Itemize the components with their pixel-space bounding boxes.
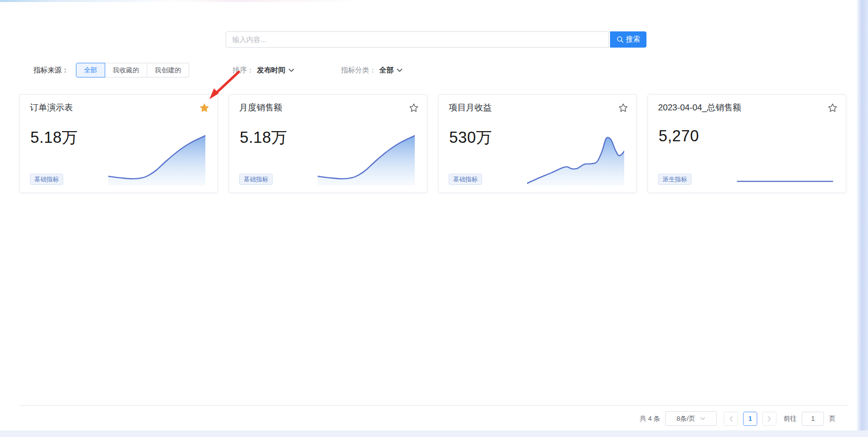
sort-dropdown[interactable]: 发布时间 [257,66,294,75]
chevron-right-icon [767,416,771,422]
category-group: 指标分类： 全部 [341,66,403,75]
favorite-star-icon[interactable] [828,103,838,113]
search-bar: 搜索 [226,31,646,48]
page-suffix-label: 页 [829,414,836,423]
category-dropdown[interactable]: 全部 [379,66,403,75]
filter-row: 指标来源： 全部我收藏的我创建的 排序： 发布时间 指标分类： 全部 [33,63,403,77]
chevron-down-icon [700,417,705,420]
goto-page-input[interactable] [802,412,824,426]
favorite-star-icon[interactable] [199,103,209,113]
card-header: 订单演示表 [30,102,209,113]
card-header: 月度销售额 [239,102,419,113]
chevron-down-icon [288,68,294,72]
right-edge-strip [857,0,868,437]
card-title: 订单演示表 [30,102,73,113]
footer-divider [19,405,847,406]
cards-row: 订单演示表 5.18万 基础指标 月度销售额 5.18万 基础指标 项目月收益 … [19,94,846,193]
top-gradient-strip [0,0,868,2]
page-number-button[interactable]: 1 [743,412,757,426]
page-size-select[interactable]: 8条/页 [665,411,717,426]
chevron-left-icon [729,416,733,422]
metric-card[interactable]: 月度销售额 5.18万 基础指标 [229,94,427,193]
card-type-badge: 派生指标 [658,174,691,185]
search-button-label: 搜索 [626,35,640,44]
sort-label: 排序： [233,66,254,75]
category-value: 全部 [379,66,394,75]
card-value: 530万 [449,127,492,148]
card-title: 项目月收益 [449,102,492,113]
card-value: 5,270 [659,127,699,145]
sort-group: 排序： 发布时间 [233,66,294,75]
source-option[interactable]: 我收藏的 [105,63,147,77]
card-title: 2023-04-04_总销售额 [658,102,741,113]
metric-source-label: 指标来源： [33,66,69,75]
prev-page-button[interactable] [724,412,738,426]
favorite-star-icon[interactable] [618,103,628,113]
page-size-value: 8条/页 [677,414,696,423]
card-type-badge: 基础指标 [30,174,63,185]
card-type-badge: 基础指标 [449,174,482,185]
pagination-total: 共 4 条 [640,414,660,423]
search-input[interactable] [226,31,609,48]
pagination: 共 4 条 8条/页 1 前往 页 [640,411,836,426]
card-value: 5.18万 [30,127,78,148]
card-title: 月度销售额 [239,102,282,113]
card-type-badge: 基础指标 [239,174,273,185]
goto-label: 前往 [784,414,797,423]
search-icon [617,36,624,43]
source-option[interactable]: 全部 [76,63,105,77]
next-page-button[interactable] [762,412,776,426]
card-sparkline-chart [527,133,624,185]
source-option[interactable]: 我创建的 [147,63,189,77]
card-header: 项目月收益 [449,102,628,113]
category-label: 指标分类： [341,66,376,75]
metric-card[interactable]: 2023-04-04_总销售额 5,270 派生指标 [647,94,846,193]
card-value: 5.18万 [240,127,287,148]
metric-source-group: 全部我收藏的我创建的 [76,63,189,77]
metric-card[interactable]: 项目月收益 530万 基础指标 [438,94,637,193]
card-sparkline-chart [318,133,415,185]
card-sparkline-chart [108,133,205,185]
metric-card[interactable]: 订单演示表 5.18万 基础指标 [19,94,218,193]
sort-value: 发布时间 [257,66,285,75]
search-button[interactable]: 搜索 [610,31,646,48]
chevron-down-icon [397,68,403,72]
favorite-star-icon[interactable] [409,103,419,113]
card-header: 2023-04-04_总销售额 [658,102,838,113]
bottom-edge-strip [0,430,868,437]
card-sparkline-chart [736,133,834,185]
